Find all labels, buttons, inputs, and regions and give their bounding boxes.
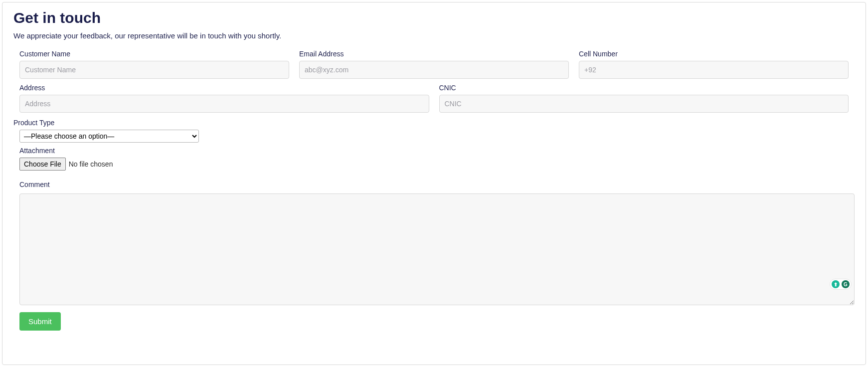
- choose-file-button[interactable]: Choose File: [19, 158, 66, 171]
- cnic-input[interactable]: [439, 95, 849, 113]
- grammarly-arrow-icon: ⬆: [832, 280, 840, 288]
- comment-field: Comment: [13, 181, 855, 307]
- attachment-label: Attachment: [19, 147, 855, 155]
- email-label: Email Address: [299, 50, 569, 58]
- email-input[interactable]: [299, 61, 569, 79]
- product-type-field: Product Type —Please choose an option—: [13, 119, 855, 143]
- product-type-label: Product Type: [13, 119, 855, 127]
- submit-button[interactable]: Submit: [19, 312, 61, 331]
- customer-name-input[interactable]: [19, 61, 289, 79]
- comment-textarea[interactable]: [19, 193, 855, 305]
- form-grid: Customer Name Email Address Cell Number …: [13, 50, 855, 116]
- customer-name-label: Customer Name: [19, 50, 289, 58]
- page-subtitle: We appreciate your feedback, our represe…: [13, 31, 855, 40]
- address-label: Address: [19, 84, 429, 92]
- product-type-select[interactable]: —Please choose an option—: [19, 130, 199, 143]
- comment-label: Comment: [19, 181, 855, 188]
- address-input[interactable]: [19, 95, 429, 113]
- cell-number-label: Cell Number: [579, 50, 849, 58]
- page-title: Get in touch: [13, 9, 855, 26]
- file-status-text: No file chosen: [69, 160, 113, 168]
- contact-form-panel: Get in touch We appreciate your feedback…: [2, 2, 866, 365]
- attachment-field: Attachment Choose File No file chosen: [13, 147, 855, 171]
- cnic-label: CNIC: [439, 84, 849, 92]
- grammarly-g-icon: G: [842, 280, 850, 288]
- cell-number-input[interactable]: [579, 61, 849, 79]
- grammarly-widget[interactable]: ⬆ G: [830, 279, 852, 290]
